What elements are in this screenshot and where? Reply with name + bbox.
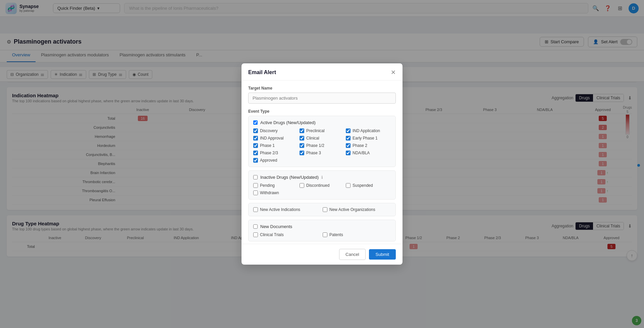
modal-overlay: Email Alert ✕ Target Name Event Type Act… — [0, 0, 644, 328]
cb-patents-doc[interactable]: Patents — [323, 232, 391, 237]
new-active-section: New Active Indications New Active Organi… — [248, 203, 396, 216]
target-name-label: Target Name — [248, 86, 396, 91]
target-name-group: Target Name — [248, 86, 396, 104]
submit-button[interactable]: Submit — [369, 249, 396, 260]
new-documents-label: New Documents — [260, 224, 292, 229]
new-documents-section: New Documents Clinical Trials Patents — [248, 220, 396, 241]
modal-header: Email Alert ✕ — [241, 63, 402, 80]
cb-suspended[interactable]: Suspended — [346, 183, 391, 188]
cb-new-active-indications[interactable]: New Active Indications — [253, 207, 321, 212]
inactive-drugs-label: Inactive Drugs (New/Updated) — [260, 175, 319, 180]
cb-phase2[interactable]: Phase 2 — [346, 143, 391, 148]
email-alert-modal: Email Alert ✕ Target Name Event Type Act… — [241, 63, 402, 265]
modal-close-button[interactable]: ✕ — [391, 69, 396, 75]
cb-ind-approval[interactable]: IND Approval — [253, 136, 298, 141]
cb-discontinued[interactable]: Discontinued — [300, 183, 344, 188]
cb-clinical[interactable]: Clinical — [300, 136, 344, 141]
inactive-drugs-checkbox[interactable] — [253, 175, 258, 179]
cb-preclinical[interactable]: Preclinical — [300, 128, 344, 133]
active-drugs-section: Active Drugs (New/Updated) Discovery Pre… — [248, 116, 396, 167]
cb-early-phase1[interactable]: Early Phase 1 — [346, 136, 391, 141]
inactive-drugs-checkboxes: Pending Discontinued Suspended Withdrawn — [253, 183, 391, 195]
info-icon: ℹ — [321, 175, 323, 180]
new-documents-checkbox[interactable] — [253, 224, 258, 229]
new-active-checkboxes: New Active Indications New Active Organi… — [253, 207, 391, 212]
modal-body: Target Name Event Type Active Drugs (New… — [241, 80, 402, 244]
cb-phase2-3[interactable]: Phase 2/3 — [253, 151, 298, 155]
cb-phase3[interactable]: Phase 3 — [300, 151, 344, 155]
cb-phase1-2[interactable]: Phase 1/2 — [300, 143, 344, 148]
event-type-label: Event Type — [248, 109, 396, 114]
cb-ind-application[interactable]: IND Application — [346, 128, 391, 133]
active-drugs-checkbox[interactable] — [253, 120, 258, 125]
new-documents-sub-checkboxes: Clinical Trials Patents — [253, 232, 391, 237]
active-drugs-checkboxes: Discovery Preclinical IND Application IN… — [253, 128, 391, 163]
active-drugs-header: Active Drugs (New/Updated) — [253, 120, 391, 125]
new-documents-header: New Documents — [253, 224, 391, 229]
cb-discovery[interactable]: Discovery — [253, 128, 298, 133]
cb-new-active-organizations[interactable]: New Active Organizations — [323, 207, 391, 212]
inactive-drugs-header: Inactive Drugs (New/Updated) ℹ — [253, 175, 391, 180]
modal-title: Email Alert — [248, 69, 276, 75]
cb-phase1[interactable]: Phase 1 — [253, 143, 298, 148]
cb-withdrawn[interactable]: Withdrawn — [253, 190, 298, 195]
cb-pending[interactable]: Pending — [253, 183, 298, 188]
active-drugs-label: Active Drugs (New/Updated) — [260, 120, 316, 125]
cb-clinical-trials-doc[interactable]: Clinical Trials — [253, 232, 321, 237]
modal-footer: Cancel Submit — [241, 244, 402, 265]
cb-nda-bla[interactable]: NDA/BLA — [346, 151, 391, 155]
target-name-input[interactable] — [248, 93, 396, 104]
cancel-button[interactable]: Cancel — [339, 249, 365, 260]
inactive-drugs-section: Inactive Drugs (New/Updated) ℹ Pending D… — [248, 170, 396, 200]
event-type-group: Event Type Active Drugs (New/Updated) Di… — [248, 109, 396, 241]
cb-approved[interactable]: Approved — [253, 158, 298, 163]
